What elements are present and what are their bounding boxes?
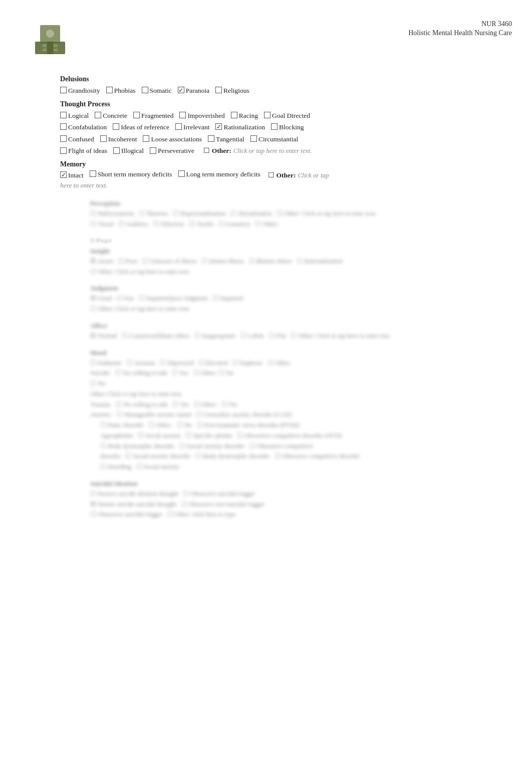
thought-row-1: Logical Concrete Fragmented Impoverished… bbox=[60, 110, 492, 121]
label-confused: Confused bbox=[68, 134, 94, 145]
checkbox-flight-of-ideas[interactable] bbox=[60, 147, 67, 154]
blurred-perception: Perception ☐ Hallucinations ☐ Illusions … bbox=[90, 200, 492, 229]
tp-other-text[interactable]: Click or tap here to enter text. bbox=[233, 146, 312, 156]
checkbox-rationalization[interactable]: ✓ bbox=[215, 123, 222, 130]
delusions-row: Grandiosity Phobias Somatic ✓ Paranoia R… bbox=[60, 85, 492, 96]
tp-goal-directed[interactable]: Goal Directed bbox=[264, 110, 310, 121]
checkbox-concrete[interactable] bbox=[95, 112, 101, 118]
memory-other-continued: here to enter text. bbox=[60, 181, 492, 189]
blurred-mood-line9: ☐ Body dysmorphic disorder ☐ Social anxi… bbox=[90, 442, 492, 451]
blurred-mood-line2: Suicide: ☐ No willing to talk ☐ Yes ☐ Ot… bbox=[90, 368, 492, 378]
tp-perseverative[interactable]: Perseverative bbox=[150, 145, 194, 156]
tp-confabulation[interactable]: Confabulation bbox=[60, 122, 107, 133]
checkbox-impoverished[interactable] bbox=[179, 112, 186, 118]
checkbox-phobias[interactable] bbox=[106, 87, 113, 93]
label-ideas-of-reference: Ideas of reference bbox=[121, 122, 169, 133]
memory-short-term[interactable]: Short term memory deficits bbox=[90, 170, 172, 178]
checkbox-logical[interactable] bbox=[60, 112, 67, 118]
blurred-judgment: Judgment ☒ Good ☐ Fair ☐ Impaired/poor J… bbox=[90, 284, 492, 314]
tp-confused[interactable]: Confused bbox=[60, 134, 94, 145]
blurred-mood: Mood ☐ Euthymic ☐ Anxious ☐ Depressed ☐ … bbox=[90, 349, 492, 472]
blurred-content: Perception ☐ Hallucinations ☐ Illusions … bbox=[60, 200, 492, 519]
memory-row: ✓ Intact Short term memory deficits Long… bbox=[60, 170, 492, 180]
tp-loose-associations[interactable]: Loose associations bbox=[143, 134, 202, 145]
blurred-mood-title: Mood bbox=[90, 349, 492, 357]
svg-rect-7 bbox=[54, 49, 58, 51]
thought-process-section: Thought Process Logical Concrete Fragmen… bbox=[60, 100, 492, 156]
label-memory-intact: Intact bbox=[68, 171, 84, 179]
label-racing: Racing bbox=[239, 110, 258, 121]
blurred-mood-line3: ☐ No bbox=[90, 379, 492, 388]
checkbox-grandiosity[interactable] bbox=[60, 87, 67, 93]
tp-blocking[interactable]: Blocking bbox=[271, 122, 304, 133]
blurred-affect-line1: ☒ Normal ☐ Constricted/blunt Affect ☐ In… bbox=[90, 331, 492, 341]
blurred-affect: Affect ☒ Normal ☐ Constricted/blunt Affe… bbox=[90, 322, 492, 341]
tp-ideas-of-reference[interactable]: Ideas of reference bbox=[113, 122, 169, 133]
blurred-mood-line6: Anxiety: ☐ Manageable anxiety stated ☐ G… bbox=[90, 410, 492, 420]
checkbox-racing[interactable] bbox=[231, 112, 237, 118]
label-blocking: Blocking bbox=[279, 122, 304, 133]
memory-section: Memory ✓ Intact Short term memory defici… bbox=[60, 160, 492, 190]
tp-circumstantial[interactable]: Circumstantial bbox=[250, 134, 298, 145]
checkbox-paranoia[interactable]: ✓ bbox=[178, 87, 184, 93]
tp-tangential[interactable]: Tangential bbox=[208, 134, 244, 145]
checkbox-blocking[interactable] bbox=[271, 123, 278, 130]
checkbox-illogical[interactable] bbox=[113, 147, 120, 154]
label-concrete: Concrete bbox=[103, 110, 127, 121]
blurred-suicidal: Suicidal Ideation ☐ Passive suicide idea… bbox=[90, 480, 492, 519]
tp-fragmented[interactable]: Fragmented bbox=[133, 110, 173, 121]
blurred-mood-line5: Trauma: ☐ No willing to talk ☐ Yes ☐ Oth… bbox=[90, 400, 492, 410]
blurred-insight-line1: ☒ Aware ☐ Poor ☐ Unaware of illness ☐ De… bbox=[90, 257, 492, 266]
svg-rect-6 bbox=[43, 49, 47, 51]
tp-irrelevant[interactable]: Irrelevant bbox=[175, 122, 209, 133]
delusions-section: Delusions Grandiosity Phobias Somatic ✓ … bbox=[60, 75, 492, 96]
label-loose-associations: Loose associations bbox=[151, 134, 202, 145]
label-rationalization: Rationalization bbox=[223, 122, 264, 133]
checkbox-fragmented[interactable] bbox=[133, 112, 140, 118]
label-religious: Religious bbox=[223, 85, 249, 96]
checkbox-loose-associations[interactable] bbox=[143, 135, 149, 142]
label-irrelevant: Irrelevant bbox=[183, 122, 209, 133]
tp-impoverished[interactable]: Impoverished bbox=[179, 110, 224, 121]
checkbox-somatic[interactable] bbox=[142, 87, 148, 93]
checkbox-short-term[interactable] bbox=[90, 170, 96, 177]
checkbox-religious[interactable] bbox=[215, 87, 222, 93]
checkbox-circumstantial[interactable] bbox=[250, 135, 257, 142]
tp-racing[interactable]: Racing bbox=[231, 110, 258, 121]
tp-rationalization[interactable]: ✓ Rationalization bbox=[215, 122, 264, 133]
tp-incoherent[interactable]: Incoherent bbox=[100, 134, 137, 145]
label-somatic: Somatic bbox=[150, 85, 172, 96]
blurred-mood-line8: Agoraphobia ☐ Social anxiety ☐ Specific … bbox=[90, 431, 492, 441]
delusions-religious[interactable]: Religious bbox=[215, 85, 249, 96]
svg-rect-2 bbox=[47, 42, 53, 54]
delusions-phobias[interactable]: Phobias bbox=[106, 85, 136, 96]
memory-title: Memory bbox=[60, 160, 492, 168]
header-title: NUR 3460 Holistic Mental Health Nursing … bbox=[408, 20, 512, 38]
checkbox-perseverative[interactable] bbox=[150, 147, 156, 154]
delusions-somatic[interactable]: Somatic bbox=[142, 85, 172, 96]
tp-flight-of-ideas[interactable]: Flight of ideas bbox=[60, 145, 107, 156]
delusions-grandiosity[interactable]: Grandiosity bbox=[60, 85, 100, 96]
blurred-mood-line4: Other: Click or tap here to enter text. bbox=[90, 389, 492, 399]
tp-logical[interactable]: Logical bbox=[60, 110, 89, 121]
memory-intact[interactable]: ✓ Intact bbox=[60, 171, 84, 179]
label-grandiosity: Grandiosity bbox=[68, 85, 100, 96]
memory-other-text[interactable]: Click or tap bbox=[298, 171, 330, 179]
memory-long-term[interactable]: Long term memory deficits bbox=[178, 170, 260, 178]
content-area: Delusions Grandiosity Phobias Somatic ✓ … bbox=[20, 75, 512, 519]
label-perseverative: Perseverative bbox=[158, 145, 194, 156]
checkbox-confabulation[interactable] bbox=[60, 123, 67, 130]
checkbox-goal-directed[interactable] bbox=[264, 112, 271, 118]
label-tangential: Tangential bbox=[216, 134, 244, 145]
label-flight-of-ideas: Flight of ideas bbox=[68, 145, 107, 156]
checkbox-incoherent[interactable] bbox=[100, 135, 107, 142]
checkbox-confused[interactable] bbox=[60, 135, 67, 142]
checkbox-irrelevant[interactable] bbox=[175, 123, 182, 130]
tp-illogical[interactable]: Illogical bbox=[113, 145, 144, 156]
checkbox-ideas-of-reference[interactable] bbox=[113, 123, 119, 130]
checkbox-tangential[interactable] bbox=[208, 135, 214, 142]
delusions-paranoia[interactable]: ✓ Paranoia bbox=[178, 85, 209, 96]
tp-concrete[interactable]: Concrete bbox=[95, 110, 127, 121]
checkbox-memory-intact[interactable]: ✓ bbox=[60, 171, 67, 178]
checkbox-long-term[interactable] bbox=[178, 170, 185, 177]
